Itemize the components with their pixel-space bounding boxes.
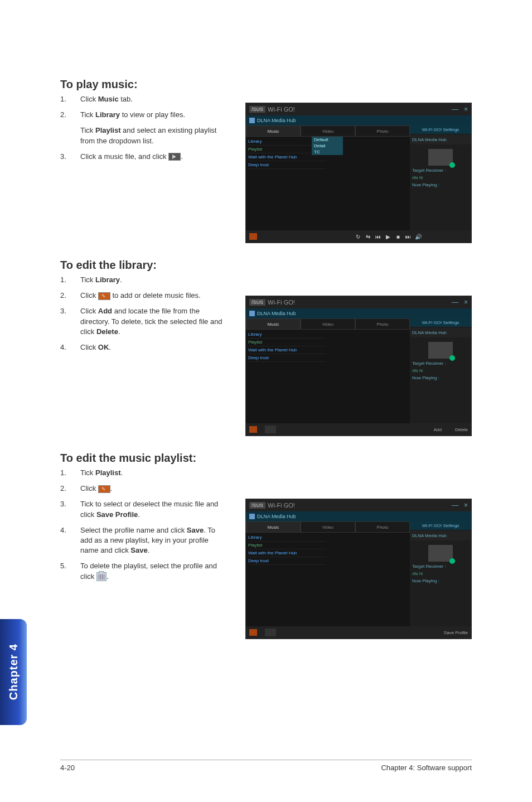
text: Tick — [80, 110, 95, 119]
settings-header: Wi-Fi GO! Settings — [410, 125, 471, 134]
bold-text: Library — [95, 276, 120, 284]
chapter-tab: Chapter 4 — [0, 619, 27, 725]
subband-label: DLNA Media Hub — [257, 311, 296, 316]
step-number: 2. — [60, 291, 80, 301]
text: Tick — [80, 468, 95, 477]
text: Click — [80, 95, 98, 103]
dropdown-menu[interactable]: Default Detail TC — [312, 137, 343, 155]
home-icon[interactable] — [249, 233, 257, 240]
back-icon[interactable] — [265, 629, 276, 636]
bold-text: Delete — [96, 327, 118, 336]
tab-music[interactable]: Music — [246, 318, 301, 330]
app-icon — [249, 514, 255, 519]
list-row[interactable]: Playlist — [248, 339, 326, 346]
step-number: 2. — [60, 110, 80, 146]
shuffle-icon[interactable]: ⇆ — [365, 233, 371, 240]
list-row[interactable]: Deep trust — [248, 557, 326, 565]
step-body: Tick Library. — [80, 275, 228, 285]
step-number: 1. — [60, 275, 80, 285]
minimize-icon[interactable]: — — [452, 105, 458, 113]
play-icon — [168, 153, 181, 161]
step-body: Click OK. — [80, 342, 228, 352]
monitor-icon — [428, 149, 453, 166]
now-playing-label: Now Playing : — [410, 374, 471, 381]
target-receiver-label: Target Receiver : — [410, 167, 471, 174]
tab-video[interactable]: Video — [301, 318, 355, 330]
list-row[interactable]: Deep trust — [248, 161, 326, 169]
text: Click — [80, 343, 98, 351]
bold-text: Add — [98, 307, 112, 315]
step-body: Click to add or delete music files. — [80, 291, 228, 301]
dropdown-option[interactable]: TC — [312, 149, 343, 155]
play-icon[interactable]: ▶ — [385, 233, 391, 240]
text: . — [120, 276, 122, 284]
add-button[interactable]: Add — [434, 427, 442, 432]
tab-music[interactable]: Music — [246, 521, 301, 533]
home-icon[interactable] — [249, 629, 257, 636]
save-profile-button[interactable]: Save Profile — [444, 630, 468, 635]
list-row[interactable]: Library — [248, 331, 326, 339]
home-icon[interactable] — [249, 426, 257, 433]
close-icon[interactable]: × — [464, 501, 468, 509]
now-playing-label: Now Playing : — [410, 577, 471, 584]
target-receiver-label: Target Receiver : — [410, 563, 471, 570]
list-row[interactable]: Library — [248, 534, 326, 542]
step-number: 2. — [60, 484, 80, 494]
text: . — [121, 468, 123, 477]
page-number: 4-20 — [60, 764, 75, 772]
chapter-label: Chapter 4: Software support — [381, 764, 472, 772]
bold-text: Playlist — [95, 468, 121, 477]
tab-music[interactable]: Music — [246, 125, 301, 137]
volume-icon[interactable]: 🔊 — [415, 233, 422, 240]
window-title: Wi-Fi GO! — [268, 106, 295, 113]
app-icon — [249, 311, 255, 316]
step-body: Click a music file, and click . — [80, 152, 228, 162]
dropdown-option[interactable]: Default — [312, 137, 343, 143]
text: Click — [80, 307, 98, 315]
delete-button[interactable]: Delete — [455, 427, 468, 432]
step-body: Tick Library to view or play files. Tick… — [80, 110, 228, 146]
text: to add or delete music files. — [110, 291, 201, 299]
step-body: Click Add and locate the file from the d… — [80, 306, 228, 337]
tab-video[interactable]: Video — [301, 125, 355, 137]
steps-edit-playlist: 1. Tick Playlist. 2. Click . 3. — [60, 468, 228, 582]
steps-edit-library: 1. Tick Library. 2. Click to add or dele… — [60, 275, 228, 352]
step-number: 5. — [60, 561, 80, 581]
bold-text: OK — [98, 343, 109, 351]
settings-header: Wi-Fi GO! Settings — [410, 318, 471, 327]
list-row[interactable]: Deep trust — [248, 354, 326, 362]
minimize-icon[interactable]: — — [452, 501, 458, 509]
text: Click a music file, and click — [80, 152, 168, 161]
step-body: Click . — [80, 484, 228, 494]
tab-photo[interactable]: Photo — [355, 125, 410, 137]
settings-box: DLNA Media Hub — [410, 135, 471, 144]
edit-icon — [98, 292, 110, 300]
heading-edit-library: To edit the library: — [60, 259, 228, 272]
heading-edit-playlist: To edit the music playlist: — [60, 452, 228, 465]
screenshot-edit-playlist: /SUS Wi-Fi GO! — × DLNA Media Hub Music … — [245, 499, 472, 639]
tab-photo[interactable]: Photo — [355, 521, 410, 533]
edit-icon — [98, 485, 110, 493]
step-number: 4. — [60, 342, 80, 352]
tab-video[interactable]: Video — [301, 521, 355, 533]
next-icon[interactable]: ⏭ — [405, 233, 412, 240]
close-icon[interactable]: × — [464, 298, 468, 306]
monitor-icon — [428, 342, 453, 359]
minimize-icon[interactable]: — — [452, 298, 458, 306]
repeat-icon[interactable]: ↻ — [355, 233, 361, 240]
close-icon[interactable]: × — [464, 105, 468, 113]
stop-icon[interactable]: ■ — [395, 233, 402, 240]
back-icon[interactable] — [265, 426, 276, 433]
tab-photo[interactable]: Photo — [355, 318, 410, 330]
text: . — [110, 484, 113, 492]
list-row[interactable]: Wait with the Planet Hub — [248, 346, 326, 354]
list-row[interactable]: Wait with the Planet Hub — [248, 549, 326, 557]
prev-icon[interactable]: ⏮ — [375, 233, 381, 240]
screenshot-play-music: /SUS Wi-Fi GO! — × DLNA Media Hub Music … — [245, 103, 472, 243]
step-number: 3. — [60, 152, 80, 162]
list-row[interactable]: Playlist — [248, 542, 326, 549]
dropdown-option[interactable]: Detail — [312, 143, 343, 149]
step-number: 3. — [60, 306, 80, 337]
text: Tick — [80, 276, 95, 284]
now-playing-label: Now Playing : — [410, 181, 471, 189]
